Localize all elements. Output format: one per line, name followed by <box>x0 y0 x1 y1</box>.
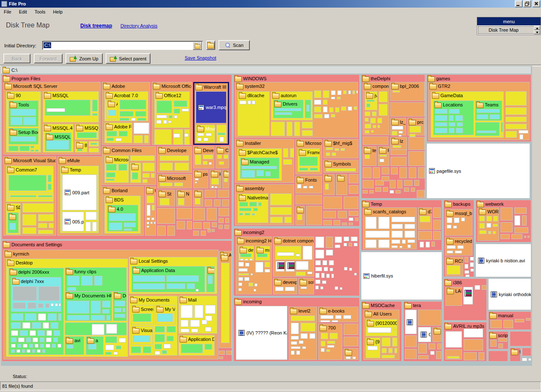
treemap-rect <box>404 188 409 192</box>
treemap-rect <box>482 285 487 290</box>
treemap-rect <box>382 348 387 353</box>
menu-help[interactable]: Help <box>49 8 66 15</box>
treemap-rect <box>470 262 474 267</box>
minimize-icon[interactable] <box>515 0 522 7</box>
treemap-node-header <box>336 174 347 182</box>
treemap-rect <box>107 315 110 320</box>
spinner-down-icon[interactable] <box>534 30 540 34</box>
treemap-rect <box>265 172 270 176</box>
treemap-cell[interactable] <box>522 348 531 356</box>
select-parent-button[interactable]: Select parent <box>106 53 150 64</box>
tab-directory-analysis[interactable]: Directory Analysis <box>120 23 157 28</box>
treemap-rect <box>447 250 453 253</box>
treemap-node-header: assembly <box>235 185 294 192</box>
treemap-cell[interactable] <box>295 195 322 204</box>
treemap-rect <box>455 115 463 121</box>
treemap-node-header: system32 <box>235 82 358 90</box>
treemap-rect <box>265 269 270 272</box>
folder-icon <box>224 172 229 177</box>
treemap-cell[interactable] <box>488 351 508 362</box>
treemap-rect <box>457 245 464 249</box>
treemap-node-a[interactable]: A <box>107 100 118 119</box>
treemap-rect <box>301 333 308 339</box>
treemap-node-iv-reon-kade[interactable]: (IV) ????? (Reon Kade <box>236 306 287 360</box>
treemap-node-dllcache[interactable]: dllcache <box>238 91 270 136</box>
treemap-label: incoming2 HP <box>246 238 271 243</box>
treemap-label: 4.0 <box>117 207 123 212</box>
spinner-up-icon[interactable] <box>534 26 540 30</box>
treemap-node-hiberfil-sys[interactable]: hiberfil.sys <box>361 252 442 300</box>
treemap-label: Temp <box>70 167 81 172</box>
treemap-rect <box>464 339 483 351</box>
folder-icon <box>130 259 137 264</box>
treemap-root[interactable]: C:\ <box>1 66 531 74</box>
treemap-node-kyriaki-orthodoks[interactable]: kyriaki orthodoks <box>488 278 531 310</box>
scan-button[interactable]: Scan <box>219 40 250 50</box>
tab-disk-treemap[interactable]: Disk treemap <box>80 23 112 29</box>
zoom-up-label: Zoom Up <box>79 56 98 61</box>
treemap-node-devexp[interactable]: devexp <box>273 278 297 294</box>
treemap-rect <box>321 348 325 352</box>
restore-icon[interactable] <box>523 0 531 7</box>
folder-icon <box>108 207 115 212</box>
treemap-node-header: My Documents HP <box>65 292 112 299</box>
treemap-rect <box>242 166 277 169</box>
open-folder-button[interactable] <box>206 41 215 50</box>
folder-icon <box>300 280 307 286</box>
treemap-node-009-part[interactable]: 009.part <box>62 174 97 210</box>
treemap-label: funny clips <box>74 269 96 274</box>
treemap-label: te <box>372 148 376 153</box>
treemap-node-pagefile-sys[interactable]: pagefile.sys <box>426 143 530 199</box>
treemap-rect <box>238 288 242 291</box>
treemap-node-lz[interactable]: lz <box>390 137 407 150</box>
treemap-node-ch[interactable]: Ch <box>418 327 431 342</box>
treemap-rect <box>11 344 16 348</box>
treemap-label: Framew <box>307 150 320 155</box>
folder-icon <box>3 68 10 74</box>
treemap-node-k[interactable]: k <box>432 327 441 342</box>
close-icon[interactable] <box>533 0 540 7</box>
treemap-label: kyrmich <box>13 251 29 256</box>
treemap-cell[interactable] <box>390 102 425 117</box>
treemap-cell[interactable] <box>306 206 322 225</box>
treemap-rect <box>343 90 347 94</box>
menu-tools[interactable]: Tools <box>31 8 49 15</box>
forward-button[interactable]: Forward <box>34 54 63 63</box>
treemap-rect <box>505 117 527 122</box>
menu-file[interactable]: File <box>0 8 15 15</box>
back-button[interactable]: Back <box>3 54 30 63</box>
browse-combo-button[interactable] <box>193 42 202 50</box>
treemap-node-lan[interactable]: LAN <box>445 287 462 306</box>
treemap-cell[interactable] <box>363 136 388 145</box>
zoom-up-button[interactable]: Zoom Up <box>66 53 103 64</box>
treemap-cell[interactable] <box>418 310 441 326</box>
save-snapshot-link[interactable]: Save Snapshot <box>185 55 216 60</box>
treemap-canvas[interactable]: C:\ Program FilesMicrosoft SQL Server90T… <box>1 66 532 366</box>
treemap-node-f[interactable]: f <box>510 348 521 362</box>
treemap-rect <box>11 136 36 142</box>
treemap-cell[interactable] <box>510 331 531 346</box>
treemap-rect <box>331 274 334 278</box>
treemap-rect <box>402 240 406 244</box>
treemap-cell[interactable] <box>336 174 347 195</box>
initial-directory-input[interactable]: C:\ <box>42 41 203 50</box>
treemap-rect <box>205 327 211 332</box>
treemap-label: autorun <box>281 93 296 98</box>
folder-icon <box>194 148 202 154</box>
treemap-rect <box>470 269 474 272</box>
treemap-cell[interactable] <box>408 137 425 150</box>
treemap-node-005-p[interactable]: 005.p <box>62 212 84 231</box>
treemap-node-war3-mpq[interactable]: war3.mpq <box>196 91 227 123</box>
treemap-rect <box>433 207 441 218</box>
folder-icon <box>446 259 454 264</box>
treemap-node-header: GTR2 <box>429 82 529 90</box>
treemap-rect <box>461 218 465 221</box>
treemap-node-header: LAN <box>446 287 462 295</box>
treemap-rect <box>299 168 308 171</box>
treemap-node-soft[interactable]: soft <box>298 278 314 294</box>
treemap-node-kyriaki-b-nistion-avi[interactable]: kyriaki b nistion.avi <box>475 244 531 277</box>
treemap-node-header: msi <box>256 246 270 254</box>
menu-edit[interactable]: Edit <box>15 8 31 15</box>
menu-panel-selection[interactable]: Disk Tree Map <box>477 25 541 35</box>
treemap-node-header <box>324 174 334 182</box>
